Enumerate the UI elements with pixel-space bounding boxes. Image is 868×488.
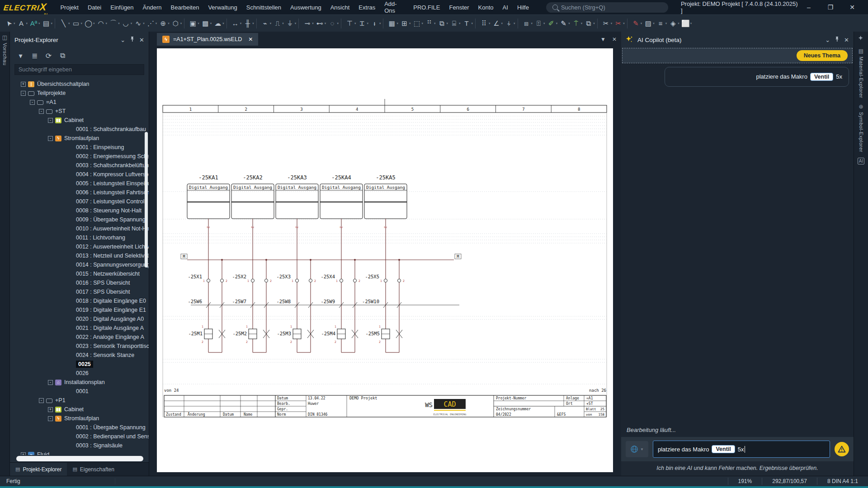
close-icon[interactable]: ✕ bbox=[139, 37, 144, 43]
tabbar-close-icon[interactable]: ✕ bbox=[612, 36, 617, 42]
new-topic-button[interactable]: Neues Thema bbox=[797, 50, 848, 61]
toolbar-diamond-icon[interactable]: ◈ bbox=[667, 18, 679, 29]
toolbar-text-t-icon[interactable]: T bbox=[461, 18, 473, 29]
tab-close-icon[interactable]: ✕ bbox=[248, 36, 253, 42]
tree-item[interactable]: 0010 : Auswerteinheit Not-Halt bbox=[10, 224, 149, 233]
toolbar-polygon-icon[interactable]: ⬡ bbox=[170, 18, 182, 29]
panel-tab-projektexplorer[interactable]: ▤Projekt-Explorer bbox=[10, 463, 67, 476]
toolbar-image-icon[interactable]: ▣ bbox=[187, 18, 199, 29]
toolbar-arc-icon[interactable]: ◠ bbox=[95, 18, 107, 29]
toolbar-dropdown-caret[interactable]: ▾ bbox=[623, 22, 625, 25]
tree-item[interactable]: -Teilprojekte bbox=[10, 89, 149, 98]
toolbar-spline-icon[interactable]: ∿ bbox=[132, 18, 144, 29]
tree-item[interactable]: 0002 : Energiemessung Schaltschrank bbox=[10, 152, 149, 161]
tree-expander[interactable]: + bbox=[21, 82, 26, 87]
tree-horizontal-scrollbar[interactable] bbox=[16, 456, 143, 461]
document-tab[interactable]: ϟ =A1+ST_Plan.0025.wsELD ✕ bbox=[157, 33, 258, 46]
tree-item[interactable]: 0007 : Leistungsteil Control bbox=[10, 197, 149, 206]
toolbar-dropdown-caret[interactable]: ▾ bbox=[434, 22, 436, 25]
toolbar-select-pointer-icon[interactable]: ➤ bbox=[0, 15, 17, 32]
toolbar-connection-angle-icon[interactable]: ⊷ bbox=[314, 18, 326, 29]
toolbar-potential-ground-icon[interactable]: ⏚ bbox=[284, 18, 296, 29]
schematic-sheet[interactable]: 12345678Digital Ausgang-25KA1Digital Aus… bbox=[157, 48, 613, 472]
toolbar-dropdown-caret[interactable]: ▾ bbox=[337, 22, 339, 25]
toolbar-dimension-chain-icon[interactable]: ╫ bbox=[241, 18, 254, 29]
pin-icon[interactable] bbox=[130, 36, 135, 43]
toolbar-text-annotate-icon[interactable]: Aª bbox=[28, 18, 40, 29]
language-globe-button[interactable]: ▼ bbox=[626, 441, 648, 457]
tree-item[interactable]: -+ST bbox=[10, 107, 149, 116]
explorer-refresh[interactable]: ⟳ bbox=[42, 50, 55, 61]
explorer-copy-pages[interactable]: ⧉ bbox=[57, 50, 69, 61]
toolbar-dropdown-caret[interactable]: ▾ bbox=[252, 22, 254, 25]
global-search-input[interactable]: Suchen (Strg+Q) bbox=[546, 2, 668, 13]
menu-konto[interactable]: Konto bbox=[474, 2, 498, 13]
toolbar-dropdown-caret[interactable]: ▾ bbox=[222, 22, 224, 25]
toolbar-cabinet-box-icon[interactable]: ⌸ bbox=[448, 18, 460, 29]
chevron-down-icon[interactable]: ⌄ bbox=[825, 37, 830, 43]
tree-expander[interactable]: + bbox=[48, 407, 53, 412]
tree-expander[interactable]: - bbox=[39, 398, 44, 403]
toolbar-connection-icon[interactable]: ⊸ bbox=[301, 18, 313, 29]
menu-extras[interactable]: Extras bbox=[354, 2, 380, 13]
ai-prompt-input[interactable]: platziere das MakroVentil5x bbox=[653, 441, 830, 458]
toolbar-line-icon[interactable]: ╲ bbox=[57, 18, 70, 29]
pin-icon[interactable] bbox=[835, 36, 840, 43]
toolbar-image-insert-icon[interactable]: ▩ bbox=[199, 18, 212, 29]
tree-item[interactable]: 0001 : Einspeisung bbox=[10, 143, 149, 152]
tree-item[interactable]: 0001 : Schaltschrankaufbau bbox=[10, 125, 149, 134]
toolbar-dropdown-caret[interactable]: ▾ bbox=[472, 22, 473, 25]
toolbar-terminal-strip-icon[interactable]: ᵻ bbox=[368, 18, 381, 29]
toolbar-rectangle-icon[interactable]: ▭ bbox=[70, 18, 82, 29]
restore-button[interactable]: ❐ bbox=[823, 4, 838, 11]
toolbar-node-connect-icon[interactable]: ⋰ bbox=[145, 18, 157, 29]
toolbar-dropdown-caret[interactable]: ▾ bbox=[690, 22, 692, 25]
menu-auswertung[interactable]: Auswertung bbox=[286, 2, 326, 13]
toolbar-group-squares-icon[interactable]: ⠿ bbox=[478, 18, 490, 29]
toolbar-brush-icon[interactable]: ✐ bbox=[545, 18, 557, 29]
material-explorer-tab[interactable]: ▤ Material-Explorer bbox=[854, 45, 868, 101]
minimize-button[interactable]: – bbox=[801, 4, 816, 11]
toolbar-line-stack-icon[interactable]: ≡ bbox=[655, 18, 667, 29]
tree-item[interactable]: -+P1 bbox=[10, 396, 149, 405]
tree-item[interactable]: 0005 : Leistungsteil Einspeisung bbox=[10, 179, 149, 188]
toolbar-hatch-icon[interactable]: ▨ bbox=[642, 18, 654, 29]
menu-verwaltung[interactable]: Verwaltung bbox=[203, 2, 241, 13]
tree-item[interactable]: 0012 : Auswerteeinheit Lichtvorhang bbox=[10, 242, 149, 251]
toolbar-pen-icon[interactable]: ✎ bbox=[557, 18, 570, 29]
tree-vertical-scrollbar[interactable] bbox=[145, 132, 148, 267]
menu-addons[interactable]: Add-Ons bbox=[380, 0, 409, 16]
menu-hilfe[interactable]: Hilfe bbox=[513, 2, 533, 13]
tree-item[interactable]: 0011 : Lichtvorhang bbox=[10, 233, 149, 242]
tree-item[interactable]: 0016 : SPS Übersicht bbox=[10, 278, 149, 287]
toolbar-potential-icon[interactable]: ⌁ bbox=[259, 18, 271, 29]
toolbar-dropdown-caret[interactable]: ▾ bbox=[514, 22, 515, 25]
tree-item[interactable]: 0015 : Netzwerkübersicht bbox=[10, 269, 149, 278]
toolbar-dropdown-caret[interactable]: ▾ bbox=[180, 22, 182, 25]
menu-datei[interactable]: Datei bbox=[83, 2, 106, 13]
tree-expander[interactable]: - bbox=[48, 416, 53, 421]
ai-badge-tab[interactable]: AI bbox=[854, 155, 868, 167]
toolbar-window-box-icon[interactable]: ⧉ bbox=[436, 18, 448, 29]
tree-expander[interactable]: + bbox=[21, 452, 26, 455]
tree-search-input[interactable]: Suchbegriff eingeben bbox=[14, 64, 144, 75]
toolbar-terminal-icon[interactable]: ⊤ bbox=[344, 18, 356, 29]
vorschau-tab[interactable]: ◫ Vorschau bbox=[0, 32, 9, 68]
tree-item[interactable]: 0004 : Kompressor Luftversorgung bbox=[10, 170, 149, 179]
tree-item[interactable]: -=A1 bbox=[10, 98, 149, 107]
tree-item[interactable]: +|Übersichtsschaltplan bbox=[10, 80, 149, 89]
tree-expander[interactable]: - bbox=[48, 136, 53, 141]
menu-ndern[interactable]: Ändern bbox=[138, 2, 166, 13]
zoom-level[interactable]: 191% bbox=[728, 478, 762, 484]
send-button[interactable] bbox=[835, 442, 849, 456]
toolbar-dropdown-caret[interactable]: ▾ bbox=[379, 22, 381, 25]
toolbar-dropdown-caret[interactable]: ▾ bbox=[593, 22, 595, 25]
tree-item[interactable]: 0006 : Leistungsteil Fahrtisch bbox=[10, 188, 149, 197]
ai-copilot-edge-icon[interactable] bbox=[854, 35, 868, 43]
toolbar-plus-box-icon[interactable]: ⊞ bbox=[398, 18, 410, 29]
tree-item[interactable]: 0026 bbox=[10, 369, 149, 378]
tree-item[interactable]: 0017 : SPS Übersicht bbox=[10, 287, 149, 296]
tree-expander[interactable]: - bbox=[48, 380, 53, 385]
explorer-tree-filter-caret[interactable]: ▾ bbox=[14, 50, 27, 61]
tree-item[interactable]: 0021 : Digitale Ausgänge A bbox=[10, 324, 149, 333]
